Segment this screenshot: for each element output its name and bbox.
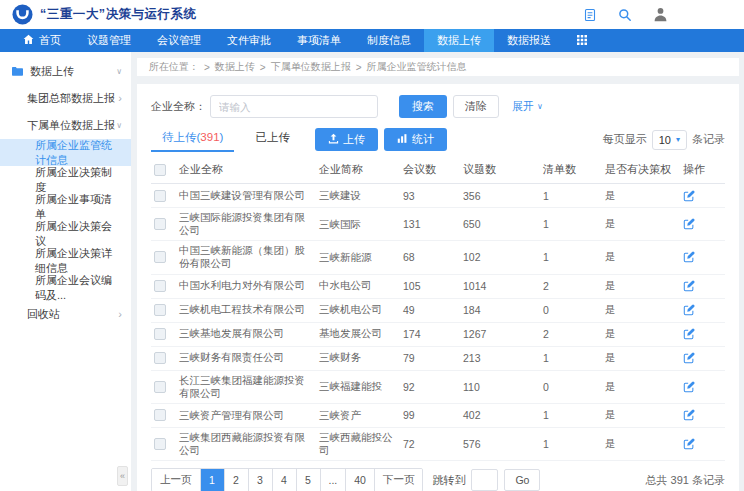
home-icon [23,34,34,47]
header-topic-count: 议题数 [463,162,543,177]
next-page-button[interactable]: 下一页 [375,469,423,491]
table-row: 三峡国际能源投资集团有限公司 三峡国际 131 650 1 是 [151,208,725,241]
jump-page-input[interactable] [471,469,498,491]
stats-button[interactable]: 统计 [384,128,447,151]
row-checkbox[interactable] [154,352,166,364]
search-icon[interactable] [618,8,632,22]
sidebar-item-meeting-code[interactable]: 所属企业会议编码及... [0,274,131,301]
page-button-3[interactable]: 3 [249,469,273,491]
cell-company-short: 三峡机电公司 [319,303,403,316]
sidebar-item-group-hq-report[interactable]: 集团总部数据上报 › [0,85,131,112]
edit-icon[interactable] [683,304,695,316]
chevron-down-icon: ∨ [116,67,122,76]
row-checkbox[interactable] [154,328,166,340]
select-all-checkbox[interactable] [154,164,166,176]
upload-button[interactable]: 上传 [315,128,378,151]
edit-icon[interactable] [683,438,695,450]
breadcrumb-separator: > [204,62,210,73]
cell-topic-count: 1267 [463,328,543,340]
sidebar-item-subordinate-report[interactable]: 下属单位数据上报 ∨ [0,112,131,139]
nav-item-data-upload[interactable]: 数据上传 [424,29,494,52]
topbar-actions [583,7,668,22]
sidebar-item-data-upload[interactable]: 数据上传 ∨ [0,58,131,85]
search-button[interactable]: 搜索 [399,95,447,118]
expand-link[interactable]: 展开 ∨ [512,99,543,114]
edit-icon[interactable] [683,218,695,230]
total-records: 总共 391 条记录 [646,473,725,488]
sidebar-item-supervision-stats[interactable]: 所属企业监管统计信息 [0,139,131,166]
row-checkbox[interactable] [154,438,166,450]
sidebar-item-decision-meeting[interactable]: 所属企业决策会议 [0,220,131,247]
nav-item-item-list[interactable]: 事项清单 [284,29,354,52]
row-checkbox[interactable] [154,280,166,292]
nav-item-policy-info[interactable]: 制度信息 [354,29,424,52]
upload-icon [328,133,339,146]
cell-list-count: 1 [543,218,605,230]
cell-list-count: 0 [543,381,605,393]
sidebar-item-label: 所属企业监管统计信息 [35,138,122,168]
edit-icon[interactable] [683,352,695,364]
nav-item-label: 首页 [39,33,61,48]
nav-item-label: 制度信息 [367,33,411,48]
edit-icon[interactable] [683,381,695,393]
row-checkbox[interactable] [154,190,166,202]
edit-icon[interactable] [683,328,695,340]
row-checkbox[interactable] [154,381,166,393]
page-button-2[interactable]: 2 [225,469,249,491]
breadcrumb-item[interactable]: 数据上传 [215,60,255,74]
cell-list-count: 1 [543,251,605,263]
breadcrumb-label: 所在位置： [149,60,199,74]
sidebar-item-recycle-bin[interactable]: 回收站 › [0,301,131,328]
tab-pending-upload[interactable]: 待上传(391) [151,127,234,152]
nav-item-topic-mgmt[interactable]: 议题管理 [74,29,144,52]
row-checkbox[interactable] [154,304,166,316]
breadcrumb-item[interactable]: 下属单位数据上报 [271,60,351,74]
upload-button-label: 上传 [343,132,365,147]
header-actions: 操作 [683,162,713,177]
nav-apps-menu[interactable] [564,29,600,52]
clear-button[interactable]: 清除 [453,95,499,118]
breadcrumb-item[interactable]: 所属企业监管统计信息 [367,60,467,74]
row-checkbox[interactable] [154,409,166,421]
document-icon[interactable] [583,8,597,22]
sidebar-item-label: 所属企业决策详细信息 [35,246,122,276]
nav-item-meeting-mgmt[interactable]: 会议管理 [144,29,214,52]
edit-icon[interactable] [683,251,695,263]
cell-meeting-count: 105 [403,280,463,292]
cell-decision-right: 是 [605,303,683,317]
pagination: 上一页 1 2 3 4 5 ... 40 下一页 跳转到 Go 总共 391 条… [151,468,725,491]
page-size-select[interactable]: 10 ▾ [652,130,687,150]
page-button-5[interactable]: 5 [297,469,321,491]
prev-page-button[interactable]: 上一页 [152,469,201,491]
row-checkbox[interactable] [154,218,166,230]
row-checkbox[interactable] [154,251,166,263]
nav-item-file-approval[interactable]: 文件审批 [214,29,284,52]
top-header: “三重一大”决策与运行系统 [0,0,744,29]
sidebar-item-matter-list[interactable]: 所属企业事项清单 [0,193,131,220]
page-button-1[interactable]: 1 [201,469,225,491]
cell-decision-right: 是 [605,250,683,264]
cell-topic-count: 110 [463,381,543,393]
page-button-4[interactable]: 4 [273,469,297,491]
edit-icon[interactable] [683,409,695,421]
cell-decision-right: 是 [605,351,683,365]
cell-list-count: 0 [543,304,605,316]
sidebar-item-decision-policy[interactable]: 所属企业决策制度 [0,166,131,193]
page-button-40[interactable]: 40 [346,469,375,491]
nav-item-label: 会议管理 [157,33,201,48]
user-icon[interactable] [653,7,668,22]
go-button[interactable]: Go [504,469,540,491]
nav-item-data-report[interactable]: 数据报送 [494,29,564,52]
page-ellipsis[interactable]: ... [321,469,347,491]
sidebar-item-decision-detail[interactable]: 所属企业决策详细信息 [0,247,131,274]
breadcrumb: 所在位置： > 数据上传 > 下属单位数据上报 > 所属企业监管统计信息 [137,58,739,76]
nav-item-home[interactable]: 首页 [10,29,74,52]
edit-icon[interactable] [683,280,695,292]
tab-uploaded[interactable]: 已上传 [244,127,301,152]
edit-icon[interactable] [683,190,695,202]
cell-company-name: 长江三峡集团福建能源投资有限公司 [179,374,319,400]
sidebar-collapse-button[interactable]: « [117,466,128,486]
bar-chart-icon [397,133,408,146]
cell-company-name: 三峡机电工程技术有限公司 [179,303,319,316]
company-name-input[interactable] [210,95,378,118]
